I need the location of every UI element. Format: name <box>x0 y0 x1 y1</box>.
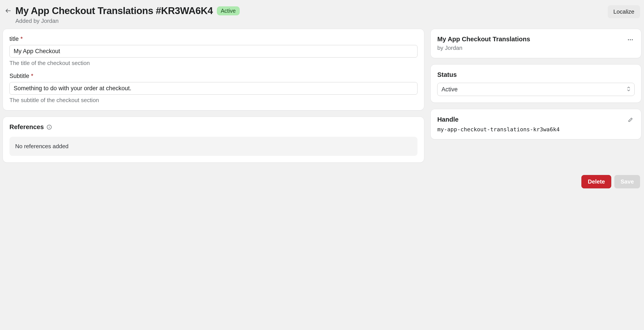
title-label: title* <box>10 35 418 42</box>
pencil-icon <box>628 117 634 122</box>
fields-card: title* The title of the checkout section… <box>3 29 424 110</box>
handle-header-row: Handle <box>437 116 634 123</box>
summary-title: My App Checkout Translations <box>437 35 530 43</box>
references-heading: References <box>10 123 418 131</box>
title-label-text: title <box>10 35 19 42</box>
title-field: title* The title of the checkout section <box>10 35 418 66</box>
status-heading: Status <box>437 71 634 78</box>
handle-card: Handle my-app-checkout-translations-kr3w… <box>430 109 641 139</box>
page-header: My App Checkout Translations #KR3WA6K4 A… <box>3 3 641 29</box>
edit-handle-button[interactable] <box>627 116 634 123</box>
title-input[interactable] <box>10 45 418 57</box>
save-button[interactable]: Save <box>614 175 640 188</box>
status-card: Status Active <box>430 64 641 103</box>
status-select[interactable]: Active <box>437 83 634 96</box>
references-empty: No references added <box>10 137 418 156</box>
header-left: My App Checkout Translations #KR3WA6K4 A… <box>4 5 240 24</box>
info-icon[interactable] <box>46 124 52 130</box>
header-right: Localize <box>608 5 640 18</box>
more-actions-button[interactable] <box>626 35 634 44</box>
subtitle-field: Subtitle* The subtitle of the checkout s… <box>10 73 418 104</box>
handle-heading: Handle <box>437 116 458 123</box>
svg-point-6 <box>632 39 633 40</box>
subtitle-label-text: Subtitle <box>10 73 29 79</box>
svg-point-3 <box>49 126 50 126</box>
subtitle-label: Subtitle* <box>10 73 418 79</box>
title-stack: My App Checkout Translations #KR3WA6K4 A… <box>16 5 240 24</box>
delete-button[interactable]: Delete <box>582 175 611 188</box>
handle-value: my-app-checkout-translations-kr3wa6k4 <box>437 126 634 133</box>
required-marker: * <box>20 35 23 42</box>
required-marker: * <box>31 73 34 79</box>
side-column: My App Checkout Translations by Jordan S… <box>430 29 641 139</box>
page-subtitle: Added by Jordan <box>16 17 240 24</box>
title-help: The title of the checkout section <box>10 60 418 66</box>
summary-texts: My App Checkout Translations by Jordan <box>437 35 530 51</box>
status-badge: Active <box>217 6 240 15</box>
main-column: title* The title of the checkout section… <box>3 29 424 163</box>
subtitle-help: The subtitle of the checkout section <box>10 97 418 104</box>
status-select-wrap: Active <box>437 83 634 96</box>
svg-point-4 <box>628 39 629 40</box>
content-row: title* The title of the checkout section… <box>3 29 641 163</box>
page-footer: Delete Save <box>3 175 641 188</box>
ellipsis-icon <box>627 36 634 43</box>
localize-button[interactable]: Localize <box>608 5 640 18</box>
summary-byline: by Jordan <box>437 44 530 51</box>
back-button[interactable] <box>4 6 12 15</box>
references-heading-text: References <box>10 123 44 131</box>
page-title: My App Checkout Translations #KR3WA6K4 <box>16 5 213 16</box>
title-row: My App Checkout Translations #KR3WA6K4 A… <box>16 5 240 16</box>
references-card: References No references added <box>3 117 424 163</box>
svg-point-5 <box>630 39 631 40</box>
subtitle-input[interactable] <box>10 82 418 95</box>
summary-header: My App Checkout Translations by Jordan <box>437 35 634 51</box>
page-root: My App Checkout Translations #KR3WA6K4 A… <box>3 3 641 188</box>
arrow-left-icon <box>5 7 12 14</box>
summary-card: My App Checkout Translations by Jordan <box>430 29 641 58</box>
